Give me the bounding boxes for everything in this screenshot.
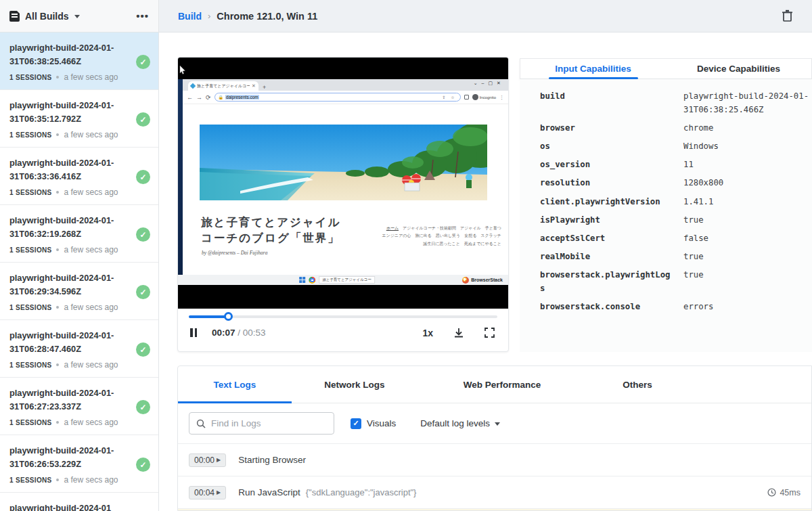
tab-device-capabilities[interactable]: Device Capabilities bbox=[666, 59, 811, 79]
blog-title: 旅と子育てとアジャイル コーチのブログ「世界」 bbox=[201, 215, 341, 246]
delete-session-button[interactable] bbox=[782, 9, 793, 22]
seek-bar-row bbox=[178, 309, 508, 321]
build-timestamp: a few secs ago bbox=[64, 418, 118, 427]
build-name: playwright-build-2024-01-31T06:38:25.466… bbox=[9, 41, 131, 68]
build-meta: 1 SESSIONS a few secs ago bbox=[9, 245, 130, 254]
visuals-checkbox[interactable]: ✓ bbox=[351, 418, 361, 429]
tab-others[interactable]: Others bbox=[587, 366, 688, 403]
recorded-browser-window: 旅と子育てとアジャイルコーチのブロ ✕ + ⌄–▢✕ ← → ⟳ 🔒 daipr… bbox=[183, 79, 508, 275]
seek-to-icon: ▶ bbox=[217, 489, 221, 495]
lock-icon: 🔒 bbox=[219, 95, 224, 99]
log-levels-dropdown[interactable]: Default log levels bbox=[420, 418, 500, 428]
back-icon: ← bbox=[187, 94, 193, 101]
blog-nav-links: ホームアジャイルコーチ・技術顧問 アジャイル 子と育つ エンジニアの心 旅に出る… bbox=[373, 225, 501, 248]
windows-taskbar: 旅と子育てとアジャイルコー BrowserStack bbox=[178, 275, 508, 285]
build-name: playwright-build-2024-01-31T06:26:53.229… bbox=[9, 444, 131, 471]
log-timestamp-badge[interactable]: 00:00▶ bbox=[189, 453, 226, 467]
chevron-down-icon[interactable] bbox=[74, 15, 80, 18]
capability-value: true bbox=[683, 250, 812, 264]
new-tab-icon: + bbox=[263, 84, 266, 91]
all-builds-dropdown[interactable]: All Builds bbox=[25, 11, 69, 22]
build-meta: 1 SESSIONS a few secs ago bbox=[9, 72, 130, 82]
builds-sidebar: All Builds ••• playwright-build-2024-01-… bbox=[0, 0, 159, 511]
build-meta: 1 SESSIONS a few secs ago bbox=[9, 130, 130, 139]
incognito-label: Incognito bbox=[480, 95, 496, 99]
browser-tabstrip: 旅と子育てとアジャイルコーチのブロ ✕ + ⌄–▢✕ bbox=[183, 79, 508, 91]
dot-separator bbox=[56, 306, 59, 309]
capability-key: resolution bbox=[540, 177, 673, 190]
current-time: 00:07 bbox=[212, 328, 235, 338]
log-row[interactable]: 00:04▶ Run JavaScript {"sdkLanguage":"ja… bbox=[178, 476, 811, 509]
status-passed-icon: ✓ bbox=[136, 400, 150, 414]
session-video-player: 旅と子育てとアジャイルコーチのブロ ✕ + ⌄–▢✕ ← → ⟳ 🔒 daipr… bbox=[177, 57, 509, 352]
capability-row: isPlaywright true bbox=[540, 214, 812, 227]
capability-value: playwright-build-2024-01-31T06:38:25.466… bbox=[683, 90, 812, 116]
capability-row: os Windows bbox=[540, 140, 812, 154]
fullscreen-button[interactable] bbox=[484, 328, 495, 338]
capability-key: os bbox=[540, 140, 673, 154]
tab-text-logs[interactable]: Text Logs bbox=[178, 366, 292, 403]
log-levels-label: Default log levels bbox=[420, 418, 490, 428]
seek-bar[interactable] bbox=[189, 315, 497, 318]
capability-row: browserstack.console errors bbox=[540, 301, 812, 314]
pause-button[interactable] bbox=[189, 327, 198, 338]
browser-menu-icon: ⋮ bbox=[499, 95, 504, 100]
build-list-item[interactable]: playwright-build-2024-01-31T06:32:19.268… bbox=[0, 205, 158, 263]
build-meta: 1 SESSIONS a few secs ago bbox=[9, 187, 130, 197]
blog-nav-home-link: ホーム bbox=[386, 226, 399, 230]
build-name: playwright-build-2024-01-31T06:33:36.416… bbox=[9, 156, 131, 183]
incognito-icon bbox=[472, 94, 478, 100]
capability-row: client.playwrightVersion 1.41.1 bbox=[540, 196, 812, 209]
capability-value: 1.41.1 bbox=[683, 196, 812, 209]
build-list-item[interactable]: playwright-build-2024-01-31T06:27:23.337… bbox=[0, 378, 158, 435]
forward-icon: → bbox=[196, 94, 202, 101]
more-options-button[interactable]: ••• bbox=[136, 10, 149, 22]
sidebar-header: All Builds ••• bbox=[0, 0, 158, 32]
log-row[interactable]: 00:00▶ Starting Browser bbox=[178, 444, 811, 476]
tab-input-capabilities[interactable]: Input Capabilities bbox=[520, 59, 666, 79]
build-list-item[interactable]: playwright-build-2024-01-31T06:33:36.416… bbox=[0, 148, 158, 205]
build-timestamp: a few secs ago bbox=[64, 360, 118, 370]
visuals-toggle[interactable]: ✓ Visuals bbox=[351, 418, 396, 429]
dot-separator bbox=[56, 421, 59, 424]
build-list-item[interactable]: playwright-build-2024-01-31T06:35:12.792… bbox=[0, 90, 158, 148]
build-session-count: 1 SESSIONS bbox=[9, 246, 51, 254]
build-timestamp: a few secs ago bbox=[64, 187, 118, 197]
logs-panel: Text Logs Network Logs Web Performance O… bbox=[177, 365, 812, 511]
video-frame[interactable]: 旅と子育てとアジャイルコーチのブロ ✕ + ⌄–▢✕ ← → ⟳ 🔒 daipr… bbox=[178, 58, 508, 309]
tab-network-logs[interactable]: Network Logs bbox=[292, 366, 418, 403]
capability-value: true bbox=[683, 269, 812, 295]
build-list-item[interactable]: playwright-build-2024-01-31T06:38:25.466… bbox=[0, 32, 158, 90]
build-list-item[interactable]: playwright-build-2024-01-31T06:29:34.596… bbox=[0, 263, 158, 320]
document-icon bbox=[9, 11, 20, 22]
status-passed-icon: ✓ bbox=[136, 170, 150, 184]
taskbar-task-label: 旅と子育てとアジャイルコー bbox=[319, 276, 375, 284]
capability-value: true bbox=[683, 214, 812, 227]
time-display: 00:07 / 00:53 bbox=[212, 328, 266, 338]
share-star-icons: ⇪ ☆ bbox=[443, 95, 457, 99]
tab-web-performance[interactable]: Web Performance bbox=[418, 366, 587, 403]
blog-byline: by @daipresents – Dai Fujihara bbox=[202, 250, 267, 256]
log-timestamp-badge[interactable]: 00:04▶ bbox=[189, 486, 226, 499]
search-input[interactable] bbox=[211, 418, 319, 428]
build-timestamp: a few secs ago bbox=[64, 475, 118, 485]
build-name: playwright-build-2024-01-31T06:27:23.337… bbox=[9, 386, 131, 414]
build-list-item[interactable]: playwright-build-2024-01-31T06:28:47.460… bbox=[0, 320, 158, 378]
breadcrumb-build-link[interactable]: Build bbox=[178, 11, 202, 22]
capability-key: os_version bbox=[540, 158, 673, 172]
build-list-item[interactable]: playwright-build-2024-01 bbox=[0, 493, 158, 511]
chevron-down-icon bbox=[495, 422, 500, 426]
seek-thumb[interactable] bbox=[224, 312, 233, 321]
build-session-count: 1 SESSIONS bbox=[9, 189, 51, 196]
build-name: playwright-build-2024-01 bbox=[9, 502, 131, 511]
playback-speed-button[interactable]: 1x bbox=[422, 328, 433, 338]
build-meta: 1 SESSIONS a few secs ago bbox=[9, 303, 130, 312]
build-list: playwright-build-2024-01-31T06:38:25.466… bbox=[0, 32, 158, 511]
capability-row: build playwright-build-2024-01-31T06:38:… bbox=[540, 90, 812, 116]
log-search-box[interactable] bbox=[189, 412, 334, 435]
download-video-button[interactable] bbox=[453, 328, 464, 338]
capabilities-tabbar: Input Capabilities Device Capabilities bbox=[520, 58, 812, 79]
build-list-item[interactable]: playwright-build-2024-01-31T06:26:53.229… bbox=[0, 435, 158, 493]
capability-row: acceptSslCert false bbox=[540, 232, 812, 246]
browserstack-logo-text: BrowserStack bbox=[471, 277, 503, 282]
